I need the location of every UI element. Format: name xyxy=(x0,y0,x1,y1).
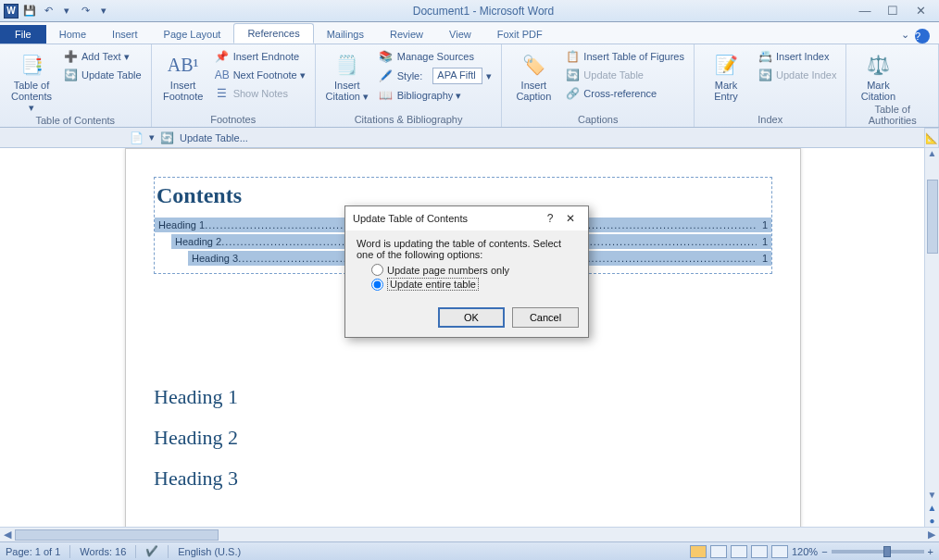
manage-sources-button[interactable]: 📚Manage Sources xyxy=(377,48,495,65)
scroll-left-icon[interactable]: ◀ xyxy=(0,529,15,541)
view-full-screen[interactable] xyxy=(710,545,727,558)
insert-index-button[interactable]: 📇Insert Index xyxy=(756,48,838,65)
toc-context-bar: 📄▾ 🔄 Update Table... xyxy=(0,128,939,148)
update-table-button[interactable]: 🔄Update Table xyxy=(61,67,144,83)
mark-citation-button[interactable]: ⚖️Mark Citation xyxy=(854,46,902,102)
cross-reference-button[interactable]: 🔗Cross-reference xyxy=(563,85,686,102)
tab-review[interactable]: Review xyxy=(377,25,436,44)
save-icon[interactable]: 💾 xyxy=(22,4,37,19)
next-footnote-button[interactable]: ABNext Footnote ▾ xyxy=(213,67,307,83)
ribbon: 📑Table of Contents ▾ ➕Add Text ▾ 🔄Update… xyxy=(0,44,939,128)
qat-drop-icon[interactable]: ▾ xyxy=(59,4,74,19)
horizontal-scrollbar[interactable]: ◀ ▶ xyxy=(0,527,939,541)
style-drop-icon[interactable]: ▾ xyxy=(486,70,492,82)
view-print-layout[interactable] xyxy=(690,545,707,558)
update-icon: 🔄 xyxy=(63,68,78,82)
style-row: 🖊️Style: APA Fiftl▾ xyxy=(377,67,495,85)
undo-icon[interactable]: ↶ xyxy=(41,4,56,19)
option-page-numbers[interactable]: Update page numbers only xyxy=(371,264,577,276)
zoom-slider[interactable] xyxy=(832,550,924,554)
proofing-icon[interactable]: ✔️ xyxy=(145,545,158,557)
insert-caption-button[interactable]: 🏷️Insert Caption xyxy=(509,46,557,102)
tab-view[interactable]: View xyxy=(436,25,484,44)
radio-entire-table[interactable] xyxy=(371,279,383,291)
zoom-level[interactable]: 120% xyxy=(792,546,818,557)
crossref-icon: 🔗 xyxy=(565,86,580,101)
window-title: Document1 - Microsoft Word xyxy=(111,5,856,18)
group-toc: 📑Table of Contents ▾ ➕Add Text ▾ 🔄Update… xyxy=(0,44,152,127)
tab-mailings[interactable]: Mailings xyxy=(314,25,377,44)
scroll-up-icon[interactable]: ▲ xyxy=(926,148,939,161)
zoom-out-button[interactable]: − xyxy=(821,546,827,557)
tab-insert[interactable]: Insert xyxy=(99,25,151,44)
ribbon-tabs: File Home Insert Page Layout References … xyxy=(0,22,939,44)
vertical-scrollbar[interactable]: ▲ ▼ ▲ ● ▼ xyxy=(924,148,939,541)
table-of-contents-button[interactable]: 📑Table of Contents ▾ xyxy=(7,46,56,113)
dialog-titlebar[interactable]: Update Table of Contents ? ✕ xyxy=(345,206,588,230)
zoom-thumb[interactable] xyxy=(883,546,891,557)
view-web-layout[interactable] xyxy=(731,545,747,558)
status-page[interactable]: Page: 1 of 1 xyxy=(6,546,60,557)
dialog-close-button[interactable]: ✕ xyxy=(560,212,581,225)
dialog-message: Word is updating the table of contents. … xyxy=(357,238,577,260)
redo-icon[interactable]: ↷ xyxy=(78,4,93,19)
group-toa-label: Table of Authorities xyxy=(854,102,931,128)
side-panel-toggle[interactable]: 📐 xyxy=(924,128,939,148)
add-text-button[interactable]: ➕Add Text ▾ xyxy=(61,48,144,65)
scroll-down-icon[interactable]: ▼ xyxy=(926,490,939,503)
minimize-button[interactable]: — xyxy=(856,4,874,18)
update-index-button: 🔄Update Index xyxy=(756,67,838,83)
heading-3[interactable]: Heading 3 xyxy=(154,467,772,491)
heading-1[interactable]: Heading 1 xyxy=(154,385,772,409)
view-draft[interactable] xyxy=(771,545,788,558)
option-entire-table[interactable]: Update entire table xyxy=(371,278,577,291)
insert-endnote-button[interactable]: 📌Insert Endnote xyxy=(213,48,307,65)
qat-customize-icon[interactable]: ▾ xyxy=(96,4,111,19)
view-outline[interactable] xyxy=(751,545,768,558)
toc-update-link[interactable]: Update Table... xyxy=(180,132,248,143)
status-words[interactable]: Words: 16 xyxy=(80,546,126,557)
tab-home[interactable]: Home xyxy=(46,25,99,44)
tab-page-layout[interactable]: Page Layout xyxy=(151,25,234,44)
status-language[interactable]: English (U.S.) xyxy=(178,546,241,557)
hscroll-thumb[interactable] xyxy=(15,529,219,541)
update-tof-button: 🔄Update Table xyxy=(563,67,686,83)
scroll-right-icon[interactable]: ▶ xyxy=(924,529,939,541)
toc-menu-drop-icon[interactable]: ▾ xyxy=(149,131,155,143)
zoom-in-button[interactable]: + xyxy=(928,546,933,557)
insert-footnote-button[interactable]: AB¹Insert Footnote xyxy=(159,46,207,102)
quick-access-toolbar: W 💾 ↶ ▾ ↷ ▾ xyxy=(0,4,111,19)
status-bar: Page: 1 of 1 Words: 16 ✔️ English (U.S.)… xyxy=(0,541,939,560)
update-index-icon: 🔄 xyxy=(757,68,772,82)
mark-entry-button[interactable]: 📝Mark Entry xyxy=(702,46,750,102)
minimize-ribbon-icon[interactable]: ⌄ xyxy=(901,29,909,44)
help-icon[interactable]: ? xyxy=(915,29,930,44)
tab-foxit[interactable]: Foxit PDF xyxy=(484,25,556,44)
vscroll-thumb[interactable] xyxy=(927,180,938,254)
cancel-button[interactable]: Cancel xyxy=(512,307,579,328)
body-headings: Heading 1 Heading 2 Heading 3 xyxy=(154,385,772,491)
group-footnotes-label: Footnotes xyxy=(159,112,307,127)
tab-file[interactable]: File xyxy=(0,25,46,44)
toc-update-icon[interactable]: 🔄 xyxy=(160,131,174,144)
insert-tof-button[interactable]: 📋Insert Table of Figures xyxy=(563,48,686,65)
bibliography-icon: 📖 xyxy=(379,88,394,103)
help-area: ⌄ ? xyxy=(901,29,939,44)
close-button[interactable]: ✕ xyxy=(911,4,930,18)
bibliography-button[interactable]: 📖Bibliography ▾ xyxy=(377,87,495,104)
tab-references[interactable]: References xyxy=(233,23,313,44)
maximize-button[interactable]: ☐ xyxy=(883,4,902,18)
insert-citation-button[interactable]: 🗒️Insert Citation ▾ xyxy=(323,46,371,102)
dialog-help-button[interactable]: ? xyxy=(540,212,560,225)
word-icon[interactable]: W xyxy=(4,4,19,19)
show-notes-icon: ☰ xyxy=(215,86,230,101)
footnote-icon: AB¹ xyxy=(169,50,198,80)
ok-button[interactable]: OK xyxy=(438,307,505,328)
group-toa: ⚖️Mark Citation Table of Authorities xyxy=(846,44,939,127)
add-text-icon: ➕ xyxy=(63,49,78,64)
radio-page-numbers[interactable] xyxy=(371,264,383,276)
heading-2[interactable]: Heading 2 xyxy=(154,426,772,450)
object-up-icon[interactable]: ▲ xyxy=(926,503,939,516)
style-select[interactable]: APA Fiftl xyxy=(432,68,482,84)
toc-menu-icon[interactable]: 📄 xyxy=(130,131,144,144)
